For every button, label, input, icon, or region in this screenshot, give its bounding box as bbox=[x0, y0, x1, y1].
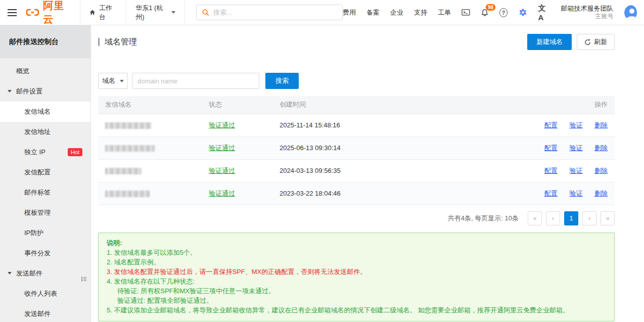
search-button[interactable]: 搜索 bbox=[265, 73, 299, 89]
sidebar-item-label: 概览 bbox=[16, 67, 29, 76]
sidebar-item-dedicated-ip[interactable]: 独立 IPHot bbox=[0, 142, 90, 162]
avatar[interactable] bbox=[624, 5, 637, 20]
pagination: 共有4条, 每页显示: 10条 « ‹ 1 › » bbox=[98, 205, 615, 232]
sidebar-item-sending-config[interactable]: 发信配置 bbox=[0, 162, 90, 182]
chevron-down-icon bbox=[120, 80, 124, 84]
domain-cell bbox=[98, 136, 202, 159]
sidebar-item-sender-addresses[interactable]: 发信地址 bbox=[0, 122, 90, 142]
next-page-button[interactable]: › bbox=[582, 211, 596, 225]
status-link[interactable]: 验证通过 bbox=[209, 167, 235, 174]
sidebar-menu: 概览 邮件设置 发信域名 发信地址 独立 IPHot 发信配置 邮件标签 模板管… bbox=[0, 58, 90, 322]
chevron-down-icon bbox=[171, 11, 175, 16]
account-info[interactable]: 邮箱技术服务团队 主账号 bbox=[561, 5, 614, 20]
status-link[interactable]: 验证通过 bbox=[209, 121, 235, 129]
configure-link[interactable]: 配置 bbox=[544, 167, 558, 174]
translate-icon[interactable]: 文A bbox=[538, 4, 549, 22]
domain-redacted-block bbox=[105, 122, 152, 129]
created-cell: 2025-06-13 09:30:14 bbox=[272, 136, 488, 159]
created-cell: 2025-11-14 15:48:16 bbox=[272, 114, 488, 136]
notice-line-warning: 3. 发信域名配置并验证通过后，请一直保持SPF、MX的正确配置，否则将无法发送… bbox=[107, 267, 606, 277]
domain-redacted-block bbox=[105, 168, 142, 174]
sidebar-item-sending-domains[interactable]: 发信域名 bbox=[0, 102, 90, 122]
account-team: 邮箱技术服务团队 bbox=[561, 5, 614, 13]
page-1-button[interactable]: 1 bbox=[564, 211, 578, 225]
new-domain-button[interactable]: 新建域名 bbox=[527, 34, 572, 50]
configure-link[interactable]: 配置 bbox=[544, 121, 558, 129]
refresh-label: 刷新 bbox=[594, 37, 607, 47]
refresh-button[interactable]: 刷新 bbox=[577, 34, 615, 50]
filter-field-select[interactable]: 域名 bbox=[98, 73, 128, 89]
delete-link[interactable]: 删除 bbox=[594, 190, 608, 197]
verify-link[interactable]: 验证 bbox=[569, 121, 582, 129]
sidebar-group-mail-settings[interactable]: 邮件设置 bbox=[0, 81, 90, 102]
sidebar-item-template-management[interactable]: 模板管理 bbox=[0, 203, 90, 223]
sidebar-group-send-mail[interactable]: 发送邮件 bbox=[0, 263, 90, 284]
bell-icon[interactable]: 98 bbox=[481, 9, 489, 17]
notice-line: 待验证: 所有权SPF和MX验证三项中任意一项未通过。 bbox=[107, 286, 606, 296]
hamburger-menu-icon[interactable] bbox=[0, 0, 24, 25]
configure-link[interactable]: 配置 bbox=[544, 144, 558, 152]
sidebar-collapse-icon bbox=[81, 276, 87, 282]
created-cell: 2024-03-13 09:56:35 bbox=[272, 159, 488, 182]
first-page-button[interactable]: « bbox=[528, 211, 542, 225]
aliyun-bracket-icon bbox=[25, 7, 40, 18]
nav-enterprise[interactable]: 企业 bbox=[390, 8, 403, 17]
status-link[interactable]: 验证通过 bbox=[209, 144, 235, 152]
delete-link[interactable]: 删除 bbox=[594, 167, 608, 174]
domain-name-input[interactable] bbox=[132, 73, 259, 89]
search-input[interactable] bbox=[213, 9, 337, 16]
sidebar-item-event-distribution[interactable]: 事件分发 bbox=[0, 243, 90, 263]
notice-line: 2. 域名配置示例。 bbox=[107, 257, 606, 267]
status-link[interactable]: 验证通过 bbox=[209, 190, 235, 197]
delete-link[interactable]: 删除 bbox=[594, 144, 608, 152]
configure-link[interactable]: 配置 bbox=[544, 190, 558, 197]
sidebar-group-label: 邮件设置 bbox=[16, 87, 42, 96]
region-selector[interactable]: 华东1 (杭州) bbox=[126, 0, 185, 25]
delete-link[interactable]: 删除 bbox=[594, 121, 608, 129]
console-icon[interactable] bbox=[462, 9, 470, 16]
nav-expenses[interactable]: 费用 bbox=[343, 8, 356, 17]
notice-line: 1. 发信域名最多可以添加5个。 bbox=[107, 248, 606, 257]
sidebar-item-label: 发送邮件 bbox=[24, 309, 51, 318]
verify-link[interactable]: 验证 bbox=[569, 144, 582, 152]
topbar-nav: 费用 备案 企业 支持 工单 98 ? bbox=[343, 4, 637, 22]
domain-redacted-block bbox=[105, 191, 150, 197]
nav-support[interactable]: 支持 bbox=[414, 8, 427, 17]
created-cell: 2023-03-22 18:04:46 bbox=[272, 182, 488, 205]
workbench-button[interactable]: 工作台 bbox=[80, 0, 126, 25]
region-label: 华东1 (杭州) bbox=[135, 4, 168, 22]
sidebar-item-overview[interactable]: 概览 bbox=[0, 61, 90, 81]
column-created: 创建时间 bbox=[272, 96, 488, 114]
sidebar-item-label: 独立 IP bbox=[24, 148, 45, 157]
sidebar-collapse-handle[interactable] bbox=[79, 274, 89, 286]
notification-badge: 98 bbox=[485, 4, 496, 11]
sidebar-item-mail-tags[interactable]: 邮件标签 bbox=[0, 182, 90, 203]
nav-tickets[interactable]: 工单 bbox=[438, 8, 451, 17]
sidebar-item-recipient-lists[interactable]: 收件人列表 bbox=[0, 284, 90, 304]
verify-link[interactable]: 验证 bbox=[569, 167, 582, 174]
workbench-label: 工作台 bbox=[99, 4, 117, 22]
sidebar-item-label: 事件分发 bbox=[24, 249, 51, 258]
console-title: 邮件推送控制台 bbox=[0, 25, 90, 58]
sidebar-item-label: 邮件标签 bbox=[24, 188, 51, 197]
pinwheel-icon[interactable] bbox=[518, 8, 528, 17]
notice-title: 说明: bbox=[107, 238, 606, 248]
domain-cell bbox=[98, 159, 202, 182]
table-row: 验证通过 2025-06-13 09:30:14 配置 验证 删除 bbox=[98, 136, 615, 159]
help-icon[interactable]: ? bbox=[499, 8, 508, 17]
topbar: 阿里云 工作台 华东1 (杭州) 费用 备案 企业 支持 工单 bbox=[0, 0, 644, 25]
hot-badge: Hot bbox=[68, 148, 82, 156]
nav-icp[interactable]: 备案 bbox=[366, 8, 380, 17]
pagination-summary: 共有4条, 每页显示: 10条 bbox=[448, 214, 519, 223]
prev-page-button[interactable]: ‹ bbox=[546, 211, 560, 225]
sidebar-item-send-mail[interactable]: 发送邮件 bbox=[0, 304, 90, 322]
domains-table-section: 发信域名 状态 创建时间 操作 验证通过 2025-11-14 15:48:16… bbox=[98, 96, 615, 321]
sidebar-item-label: 模板管理 bbox=[24, 208, 51, 217]
aliyun-logo[interactable]: 阿里云 bbox=[24, 0, 80, 26]
last-page-button[interactable]: » bbox=[601, 211, 615, 225]
verify-link[interactable]: 验证 bbox=[569, 190, 582, 197]
sidebar: 邮件推送控制台 概览 邮件设置 发信域名 发信地址 独立 IPHot 发信配置 … bbox=[0, 25, 91, 322]
column-status: 状态 bbox=[202, 96, 272, 114]
domain-redacted-block bbox=[105, 145, 155, 152]
sidebar-item-ip-protection[interactable]: IP防护 bbox=[0, 223, 90, 243]
